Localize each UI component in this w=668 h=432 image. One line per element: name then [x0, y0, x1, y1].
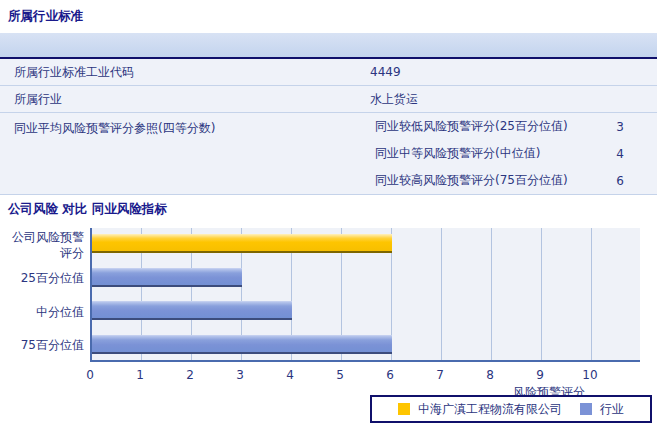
x-axis-tick: 0 [86, 368, 94, 382]
x-axis-tick: 2 [186, 368, 194, 382]
x-axis-tick: 5 [336, 368, 344, 382]
peer-high-value: 6 [605, 174, 635, 188]
report-page: 所属行业标准 所属行业标准工业代码 4449 所属行业 水上货运 同业平均风险预… [0, 0, 668, 432]
gridline [541, 228, 542, 360]
peer-low-label: 同业较低风险预警评分(25百分位值) [370, 118, 605, 135]
bar-industry-2 [92, 301, 292, 320]
y-axis-label: 25百分位值 [0, 262, 84, 296]
peer-score-row-low: 同业较低风险预警评分(25百分位值) 3 [370, 113, 657, 140]
legend-swatch-industry-icon [580, 403, 592, 415]
x-axis-tick: 6 [386, 368, 394, 382]
x-axis-tick: 1 [136, 368, 144, 382]
table-header-band [0, 33, 657, 59]
row-label-industry: 所属行业 [0, 91, 370, 108]
x-axis-tick: 8 [486, 368, 494, 382]
gridline [441, 228, 442, 360]
peer-medium-label: 同业中等风险预警评分(中位值) [370, 145, 605, 162]
gridline [591, 228, 592, 360]
peer-score-row-medium: 同业中等风险预警评分(中位值) 4 [370, 140, 657, 167]
legend-label-company: 中海广滇工程物流有限公司 [418, 401, 562, 418]
row-value-industry: 水上货运 [370, 91, 657, 108]
y-axis-label: 75百分位值 [0, 329, 84, 363]
table-row: 所属行业 水上货运 [0, 86, 657, 113]
industry-standard-section-title: 所属行业标准 [8, 8, 83, 25]
bar-industry-1 [92, 268, 242, 287]
peer-score-row-high: 同业较高风险预警评分(75百分位值) 6 [370, 167, 657, 194]
peer-low-value: 3 [605, 120, 635, 134]
x-axis-tick: 10 [582, 368, 597, 382]
risk-compare-bar-chart: 公司风险预警评分25百分位值中分位值75百分位值 012345678910 风险… [0, 228, 668, 432]
peer-medium-value: 4 [605, 147, 635, 161]
x-axis-tick: 9 [536, 368, 544, 382]
y-axis-label: 公司风险预警评分 [0, 228, 84, 262]
x-axis-tick: 4 [286, 368, 294, 382]
peer-high-label: 同业较高风险预警评分(75百分位值) [370, 172, 605, 189]
chart-legend: 中海广滇工程物流有限公司行业 [370, 395, 652, 423]
table-row: 所属行业标准工业代码 4449 [0, 59, 657, 86]
gridline [491, 228, 492, 360]
bar-industry-3 [92, 335, 392, 354]
legend-label-industry: 行业 [600, 401, 624, 418]
x-axis-tick: 3 [236, 368, 244, 382]
industry-standard-table: 所属行业标准工业代码 4449 所属行业 水上货运 同业平均风险预警评分参照(四… [0, 33, 657, 195]
legend-swatch-company-icon [398, 403, 410, 415]
peer-score-list: 同业较低风险预警评分(25百分位值) 3 同业中等风险预警评分(中位值) 4 同… [370, 113, 657, 194]
chart-plot-area [90, 228, 640, 362]
bar-company-0 [92, 234, 392, 253]
row-label-peer-average: 同业平均风险预警评分参照(四等分数) [0, 113, 370, 137]
row-value-industry-code: 4449 [370, 65, 657, 79]
y-axis-label: 中分位值 [0, 295, 84, 329]
risk-compare-section-title: 公司风险 对比 同业风险指标 [8, 201, 167, 218]
table-row-peer-scores: 同业平均风险预警评分参照(四等分数) 同业较低风险预警评分(25百分位值) 3 … [0, 113, 657, 195]
x-axis-tick: 7 [436, 368, 444, 382]
row-label-industry-code: 所属行业标准工业代码 [0, 64, 370, 81]
